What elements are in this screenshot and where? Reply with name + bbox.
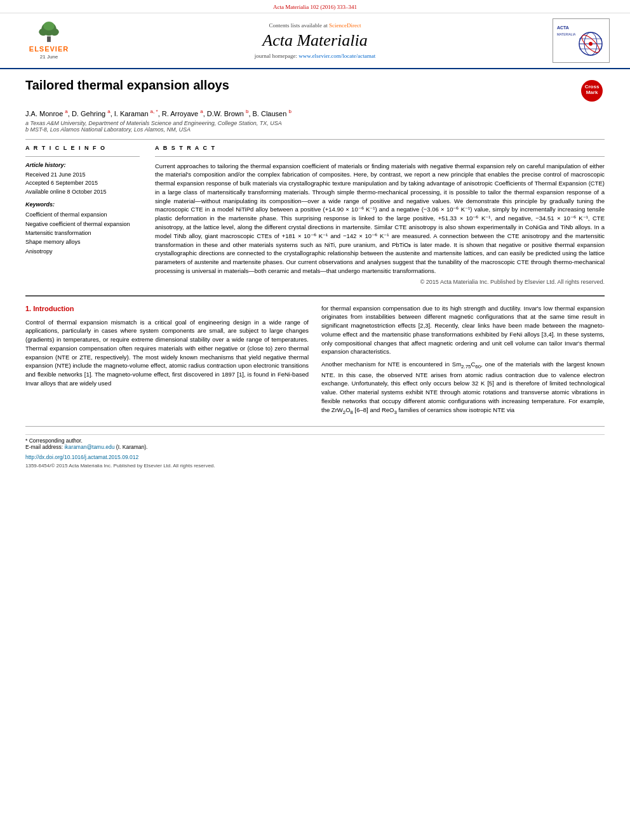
svg-point-4 <box>43 22 55 30</box>
acta-logo-box: ACTA MATERIALIA <box>553 18 610 63</box>
available-online-date: Available online 8 October 2015 <box>25 188 140 197</box>
journal-header: ELSEVIER 21 June Contents lists availabl… <box>0 13 630 69</box>
crossmark-icon: Cross Mark <box>580 79 603 102</box>
abstract-column: A B S T R A C T Current approaches to ta… <box>155 145 605 289</box>
svg-text:Mark: Mark <box>586 90 598 95</box>
elsevier-tree-icon <box>30 22 68 44</box>
svg-point-13 <box>589 42 593 46</box>
intro-heading: 1. Introduction <box>25 304 309 314</box>
article-info-column: A R T I C L E I N F O Article history: R… <box>25 145 140 289</box>
journal-citation: Acta Materialia 102 (2016) 333–341 <box>273 4 357 10</box>
copyright-notice: © 2015 Acta Materialia Inc. Published by… <box>155 278 605 286</box>
svg-text:MATERIALIA: MATERIALIA <box>557 32 576 36</box>
author-email-link[interactable]: ikaraman@tamu.edu <box>64 444 114 450</box>
divider-abstract <box>155 156 605 157</box>
doi-link[interactable]: http://dx.doi.org/10.1016/j.actamat.2015… <box>25 454 605 460</box>
intro-right-paragraph-1: for thermal expansion compensation due t… <box>321 304 605 357</box>
intro-left-col: 1. Introduction Control of thermal expan… <box>25 304 309 420</box>
main-content: Tailored thermal expansion alloys Cross … <box>0 69 630 475</box>
abstract-paragraph: Current approaches to tailoring the ther… <box>155 162 605 276</box>
introduction-section: 1. Introduction Control of thermal expan… <box>25 304 605 420</box>
intro-left-paragraph-1: Control of thermal expansion mismatch is… <box>25 318 309 388</box>
article-title: Tailored thermal expansion alloys <box>25 78 579 93</box>
abstract-body: Current approaches to tailoring the ther… <box>155 162 605 286</box>
svg-rect-0 <box>47 36 51 42</box>
homepage-link[interactable]: www.elsevier.com/locate/actamat <box>298 53 375 59</box>
keywords-label: Keywords: <box>25 201 140 208</box>
svg-text:Cross: Cross <box>585 84 600 90</box>
license-text: 1359-6454/© 2015 Acta Materialia Inc. Pu… <box>25 463 605 469</box>
article-info-heading: A R T I C L E I N F O <box>25 145 140 151</box>
sciencedirect-link[interactable]: ScienceDirect <box>329 22 361 29</box>
keyword-5: Anisotropy <box>25 247 140 256</box>
received-date: Received 21 June 2015 <box>25 171 140 180</box>
keyword-2: Negative coefficient of thermal expansio… <box>25 220 140 229</box>
elsevier-logo-section: ELSEVIER 21 June <box>8 22 90 60</box>
introduction-columns: 1. Introduction Control of thermal expan… <box>25 304 605 420</box>
affiliation-b: b MST-8, Los Alamos National Laboratory,… <box>25 126 605 133</box>
divider-info <box>25 156 140 157</box>
journal-homepage: journal homepage: www.elsevier.com/locat… <box>97 53 533 59</box>
corresponding-note: * Corresponding author. E-mail address: … <box>25 434 605 450</box>
keyword-4: Shape memory alloys <box>25 237 140 246</box>
svg-text:ACTA: ACTA <box>557 25 569 30</box>
footer-section: * Corresponding author. E-mail address: … <box>25 426 605 469</box>
info-abstract-columns: A R T I C L E I N F O Article history: R… <box>25 145 605 289</box>
intro-right-col: for thermal expansion compensation due t… <box>321 304 605 420</box>
elsevier-wordmark: ELSEVIER <box>29 45 69 53</box>
journal-title: Acta Materialia <box>97 31 533 50</box>
intro-right-paragraph-2: Another mechanism for NTE is encountered… <box>321 360 605 416</box>
accepted-date: Accepted 6 September 2015 <box>25 179 140 188</box>
abstract-heading: A B S T R A C T <box>155 145 605 151</box>
journal-info-center: Contents lists available at ScienceDirec… <box>97 20 533 62</box>
elsevier-brand: ELSEVIER 21 June <box>29 22 69 60</box>
divider-main <box>25 295 605 297</box>
keyword-1: Coefficient of thermal expansion <box>25 210 140 219</box>
crossmark-badge: Cross Mark <box>579 78 605 103</box>
affiliations: a Texas A&M University, Department of Ma… <box>25 120 605 133</box>
journal-citation-bar: Acta Materialia 102 (2016) 333–341 <box>0 0 630 13</box>
keyword-3: Martensitic transformation <box>25 229 140 237</box>
authors-line: J.A. Monroe a, D. Gehring a, I. Karaman … <box>25 109 605 117</box>
contents-available-text: Contents lists available at ScienceDirec… <box>97 22 533 29</box>
affiliation-a: a Texas A&M University, Department of Ma… <box>25 120 605 126</box>
elsevier-date: 21 June <box>40 54 58 60</box>
history-label: Article history: <box>25 162 140 168</box>
keywords-list: Coefficient of thermal expansion Negativ… <box>25 210 140 256</box>
article-title-section: Tailored thermal expansion alloys Cross … <box>25 78 605 103</box>
acta-materialia-logo-icon: ACTA MATERIALIA <box>556 22 607 60</box>
acta-logo-section: ACTA MATERIALIA <box>540 18 622 63</box>
divider-1 <box>25 139 605 140</box>
